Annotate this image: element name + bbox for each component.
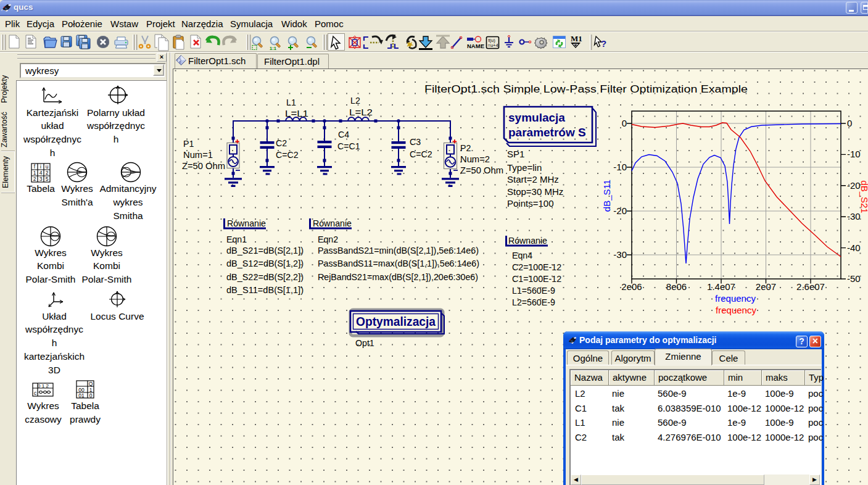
svg-text:M1: M1	[571, 34, 582, 43]
svg-text:L=L2: L=L2	[349, 107, 373, 117]
svg-text:frequency: frequency	[716, 305, 756, 315]
svg-text:L1=560E-9: L1=560E-9	[512, 286, 555, 296]
svg-text:frequency: frequency	[715, 293, 756, 304]
svg-text:1: 1	[33, 170, 36, 176]
svg-text:P1: P1	[183, 139, 194, 149]
svg-text:L1: L1	[286, 97, 296, 107]
svg-text:Równanie: Równanie	[508, 236, 547, 246]
svg-text:1:1: 1:1	[270, 46, 276, 51]
svg-text:dB_S11=dB(S[1,1]): dB_S11=dB(S[1,1])	[226, 285, 304, 295]
svg-text:0: 0	[847, 118, 852, 128]
svg-text:-30: -30	[613, 249, 627, 260]
svg-text:Równanie: Równanie	[227, 218, 266, 228]
svg-text:PassBandS21=min(dB(S[2,1]),5e6: PassBandS21=min(dB(S[2,1]),5e6:14e6)	[318, 246, 479, 255]
svg-text:NAME: NAME	[467, 43, 484, 49]
svg-text:Eqn4: Eqn4	[512, 251, 532, 260]
svg-text:L2=560E-9: L2=560E-9	[512, 297, 555, 307]
svg-text:Start=2 MHz: Start=2 MHz	[507, 174, 559, 184]
svg-text:-10: -10	[847, 149, 861, 159]
svg-text:FilterOpt1.sch Simple Low-Pass: FilterOpt1.sch Simple Low-Pass Filter Op…	[424, 83, 748, 95]
svg-text:dB_S12=dB(S[1,2]): dB_S12=dB(S[1,2])	[226, 259, 304, 268]
svg-text:PassBandS11=max(dB(S[1,1]),5e6: PassBandS11=max(dB(S[1,1]),5e6:14e6)	[318, 259, 479, 268]
svg-text:3: 3	[39, 176, 43, 182]
svg-text:Num=2: Num=2	[460, 154, 490, 164]
svg-text:Równanie: Równanie	[313, 218, 352, 228]
svg-text:=u+4: =u+4	[488, 43, 498, 48]
svg-text:dB_S22=dB(S[2,2]): dB_S22=dB(S[2,2])	[226, 272, 304, 282]
svg-text:0: 0	[89, 392, 93, 399]
svg-text:Stop=30 MHz: Stop=30 MHz	[507, 186, 563, 197]
svg-text:2: 2	[46, 170, 49, 176]
svg-text:C3: C3	[410, 137, 421, 147]
svg-text:Opt1: Opt1	[355, 338, 374, 348]
svg-text:parametrów S: parametrów S	[508, 126, 586, 139]
svg-text:C=C1: C=C1	[337, 141, 360, 151]
svg-text:2e07: 2e07	[756, 281, 776, 292]
svg-text:Z=50 Ohm: Z=50 Ohm	[460, 165, 503, 175]
svg-text:Eqn1: Eqn1	[226, 234, 247, 244]
svg-text:4: 4	[39, 170, 43, 176]
svg-text:P2: P2	[460, 143, 471, 153]
svg-text:-30: -30	[847, 211, 861, 222]
svg-text:Num=1: Num=1	[183, 150, 213, 160]
svg-text:0: 0	[622, 118, 627, 128]
svg-text:-40: -40	[847, 243, 861, 253]
svg-text:-20: -20	[613, 205, 627, 216]
svg-text:0 1 2: 0 1 2	[38, 383, 49, 389]
svg-text:2.6e07: 2.6e07	[796, 281, 825, 292]
svg-text:dB_S21: dB_S21	[859, 180, 868, 213]
svg-text:?: ?	[601, 38, 606, 49]
svg-text:Eqn2: Eqn2	[318, 234, 338, 244]
svg-text:2e06: 2e06	[621, 281, 642, 292]
svg-text:Z=50 Ohm: Z=50 Ohm	[182, 161, 225, 171]
svg-text:L=L1: L=L1	[285, 109, 308, 118]
svg-text:C1=100E-12: C1=100E-12	[512, 274, 561, 284]
svg-text:symulacja: symulacja	[508, 111, 565, 124]
svg-text:-20: -20	[847, 180, 861, 191]
svg-text:f: f	[34, 164, 36, 170]
svg-text:L2: L2	[350, 96, 360, 106]
svg-text:Points=100: Points=100	[507, 198, 553, 209]
svg-text:c: c	[34, 390, 37, 396]
svg-text:u: u	[46, 164, 49, 170]
svg-text:C2=100E-12: C2=100E-12	[512, 262, 561, 272]
svg-text:Type=lin: Type=lin	[507, 162, 542, 173]
svg-text:Q: Q	[89, 381, 93, 387]
svg-text:C2: C2	[276, 138, 287, 148]
svg-text:i: i	[40, 164, 41, 170]
svg-text:1.4e07: 1.4e07	[707, 281, 735, 292]
svg-text:8e06: 8e06	[666, 281, 687, 292]
svg-text:dB_S21=dB(S[2,1]): dB_S21=dB(S[2,1])	[226, 246, 304, 255]
svg-text:RejBandS21=max(dB(S[2,1]),20e6: RejBandS21=max(dB(S[2,1]),20e6:30e6)	[318, 272, 478, 282]
svg-text:Optymalizacja: Optymalizacja	[356, 314, 436, 328]
svg-text:2: 2	[33, 176, 36, 182]
svg-text:dB_S11: dB_S11	[601, 180, 612, 212]
svg-text:-50: -50	[847, 273, 861, 284]
svg-text:C=C2: C=C2	[276, 150, 299, 160]
svg-text:01: 01	[78, 392, 85, 399]
svg-text:C4: C4	[338, 130, 349, 139]
svg-text:SP1: SP1	[507, 149, 524, 159]
svg-text:C=C2: C=C2	[410, 149, 432, 159]
svg-text:5: 5	[46, 176, 49, 182]
svg-text:-10: -10	[613, 162, 627, 172]
